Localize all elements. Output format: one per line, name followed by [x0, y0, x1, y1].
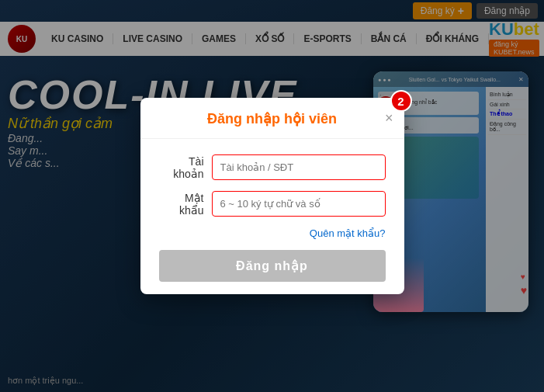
account-input[interactable] — [212, 154, 386, 180]
password-label: Mật khẩu — [159, 192, 204, 217]
login-modal: 2 Đăng nhập hội viên × Tài khoản Mật khẩ… — [140, 98, 404, 294]
modal-overlay: 2 Đăng nhập hội viên × Tài khoản Mật khẩ… — [0, 0, 544, 392]
modal-body: Tài khoản Mật khẩu Quên mật khẩu? Đăng n… — [140, 139, 404, 294]
modal-close-button[interactable]: × — [385, 110, 393, 127]
password-row: Mật khẩu — [159, 191, 386, 217]
account-label: Tài khoản — [159, 155, 204, 180]
modal-header: Đăng nhập hội viên × — [140, 98, 404, 139]
forgot-row: Quên mật khẩu? — [159, 227, 386, 239]
step2-badge: 2 — [390, 90, 412, 112]
login-submit-button[interactable]: Đăng nhập — [159, 250, 386, 282]
forgot-password-link[interactable]: Quên mật khẩu? — [310, 227, 386, 239]
password-input[interactable] — [212, 191, 386, 217]
modal-title: Đăng nhập hội viên — [207, 111, 337, 127]
account-row: Tài khoản — [159, 154, 386, 180]
